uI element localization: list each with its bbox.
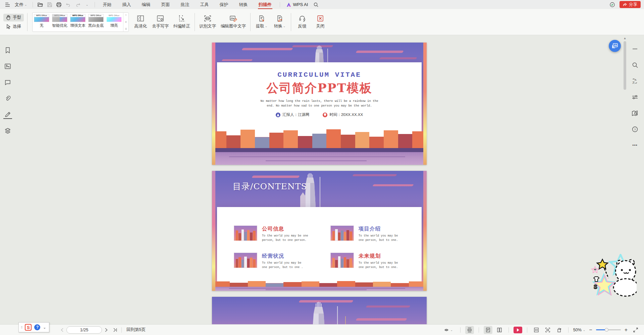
continuous-scroll-button[interactable] bbox=[465, 326, 474, 334]
gallery-scroll-up[interactable]: ∧ bbox=[125, 14, 127, 16]
divider bbox=[527, 327, 527, 333]
desktop-pet-sticker[interactable]: 中 S bbox=[591, 254, 637, 297]
menu-page[interactable]: 页面 bbox=[157, 0, 175, 9]
comment-panel-icon[interactable] bbox=[3, 78, 12, 87]
document-canvas[interactable]: CURRICULUM VITAE 公司简介PPT模板 No matter how… bbox=[15, 35, 626, 324]
single-page-button[interactable] bbox=[484, 326, 492, 334]
menu-insert[interactable]: 插入 bbox=[118, 0, 136, 9]
close-scan-button[interactable]: 关闭 bbox=[311, 13, 329, 31]
gallery-option-brighten[interactable]: WPS Office 增亮 bbox=[105, 13, 123, 31]
translate-icon[interactable]: A 文 bbox=[631, 77, 639, 85]
more-options-icon[interactable]: ••• bbox=[631, 141, 639, 150]
pdf-page-1[interactable]: CURRICULUM VITAE 公司简介PPT模板 No matter how… bbox=[212, 43, 427, 165]
ocr-button[interactable]: 识别文字 bbox=[197, 13, 218, 31]
history-chevron-icon[interactable]: ⌄ bbox=[83, 1, 91, 8]
read-mode-button[interactable]: ⌄ bbox=[442, 326, 455, 334]
menubar: 文件 ⌄ ⌄ 开始 插入 编辑 页面 批注 工具 保护 转换 扫描件 bbox=[0, 0, 644, 9]
signature-pen-icon[interactable] bbox=[3, 110, 12, 119]
prev-page-button[interactable] bbox=[58, 326, 66, 334]
wps-ai-button[interactable]: WPS AI bbox=[283, 1, 311, 8]
slide2-card: 公司信息 To the world you may be one person,… bbox=[217, 207, 422, 283]
two-page-button[interactable] bbox=[495, 326, 504, 334]
gallery-option-bw-clean[interactable]: WPS Office 黑白去底 bbox=[87, 13, 105, 31]
gallery-option-enhance-text[interactable]: WPS Office 增强文本 bbox=[69, 13, 87, 31]
file-menu[interactable]: 文件 ⌄ bbox=[13, 1, 29, 8]
gallery-scroll-down[interactable]: ∨ bbox=[125, 21, 127, 23]
assistant-help-button[interactable]: ? bbox=[34, 324, 40, 330]
scrollbar-thumb[interactable] bbox=[624, 41, 626, 90]
pdf-page-2[interactable]: 目录/CONTENTS 公司信息 To the world you may be… bbox=[212, 171, 427, 291]
gallery-thumb: WPS Office bbox=[52, 14, 67, 22]
drag-handle-icon[interactable]: ⁝⁝ bbox=[21, 326, 22, 329]
search-icon[interactable] bbox=[312, 1, 320, 8]
save-icon[interactable] bbox=[46, 1, 54, 8]
thumbnail-panel-icon[interactable] bbox=[3, 62, 12, 71]
feedback-button[interactable]: 反馈 bbox=[293, 13, 311, 31]
assistant-menu-icon[interactable]: ⌄ bbox=[43, 325, 46, 330]
divider bbox=[568, 327, 569, 333]
redo-icon[interactable] bbox=[74, 1, 82, 8]
menu-tools[interactable]: 工具 bbox=[196, 0, 214, 9]
gallery-option-none[interactable]: WPS Office 无 bbox=[33, 13, 51, 31]
fit-width-button[interactable] bbox=[532, 326, 541, 334]
pdf-page-3[interactable] bbox=[212, 297, 427, 324]
menu-convert[interactable]: 转换 bbox=[234, 0, 253, 9]
picture-tools-float-button[interactable] bbox=[609, 40, 621, 52]
image-export-icon bbox=[611, 43, 618, 49]
close-icon bbox=[317, 15, 324, 22]
menu-edit[interactable]: 编辑 bbox=[137, 0, 155, 9]
print-icon[interactable] bbox=[55, 1, 63, 8]
divider bbox=[95, 2, 95, 7]
find-icon[interactable] bbox=[631, 61, 639, 69]
deskew-button[interactable]: 纠偏矫正 bbox=[171, 13, 193, 31]
page-indicator-input[interactable] bbox=[66, 326, 102, 334]
zoom-slider-knob[interactable] bbox=[605, 328, 608, 332]
zoom-slider[interactable] bbox=[596, 329, 621, 330]
edit-image-text-button[interactable]: 编辑图中文字 bbox=[218, 13, 248, 31]
back-to-page-button[interactable]: 回到第5页 bbox=[124, 326, 148, 334]
wps-ai-label: WPS AI bbox=[293, 2, 308, 7]
rotate-page-button[interactable] bbox=[555, 326, 564, 334]
menu-scan[interactable]: 扫描件 bbox=[254, 0, 276, 9]
menu-protect[interactable]: 保护 bbox=[215, 0, 233, 9]
select-tool-button[interactable]: 选择 bbox=[3, 23, 24, 30]
convert-button[interactable]: 转换 ⌄ bbox=[271, 13, 289, 31]
menu-start[interactable]: 开始 bbox=[98, 0, 116, 9]
slide1-skyline-art bbox=[212, 129, 427, 149]
assistant-logo-icon[interactable]: S bbox=[25, 324, 32, 331]
share-label: 分享 bbox=[629, 2, 637, 7]
doc-verified-icon[interactable] bbox=[608, 1, 616, 8]
attachment-icon[interactable] bbox=[3, 94, 12, 103]
toc-item-future-plan: 未来规划 To the world you may be one person,… bbox=[330, 253, 414, 270]
zoom-level-dropdown[interactable]: 50% ⌄ bbox=[573, 328, 586, 332]
share-button[interactable]: 分享 bbox=[620, 1, 641, 8]
layers-icon[interactable] bbox=[3, 126, 12, 135]
open-file-icon[interactable] bbox=[36, 1, 44, 8]
menu-annotate[interactable]: 批注 bbox=[176, 0, 194, 9]
collapse-toolbar-icon[interactable] bbox=[631, 45, 639, 53]
help-icon[interactable]: ? bbox=[631, 125, 639, 134]
scroll-up-arrow[interactable]: ▲ bbox=[623, 37, 627, 40]
zoom-out-button[interactable]: − bbox=[588, 327, 593, 333]
remove-handwriting-button[interactable]: 去手写字 bbox=[150, 13, 171, 31]
bookmark-icon[interactable] bbox=[3, 46, 12, 55]
display-settings-icon[interactable] bbox=[631, 93, 639, 102]
fit-page-button[interactable] bbox=[543, 326, 552, 334]
gallery-expand[interactable]: ⇕ bbox=[125, 28, 127, 30]
undo-icon[interactable] bbox=[64, 1, 72, 8]
play-presentation-button[interactable] bbox=[514, 327, 522, 333]
hamburger-menu-icon[interactable] bbox=[3, 1, 11, 8]
slide2-title: 目录/CONTENTS bbox=[233, 181, 307, 192]
hand-tool-button[interactable]: 手型 bbox=[3, 14, 24, 21]
next-page-button[interactable] bbox=[102, 326, 111, 334]
extract-button[interactable]: 提取 ⌄ bbox=[253, 13, 271, 31]
hd-enhance-button[interactable]: 高清化 bbox=[131, 13, 150, 31]
zoom-in-button[interactable]: + bbox=[624, 327, 629, 333]
gallery-option-smart-optimize[interactable]: WPS Office 智能优化 bbox=[51, 13, 69, 31]
assistant-widget[interactable]: ⁝⁝ S ? ⌄ bbox=[18, 322, 49, 332]
slide2-skyline-art bbox=[212, 281, 427, 287]
enhance-gallery: WPS Office 无 WPS Office 智能优化 WPS Office … bbox=[32, 12, 129, 32]
fullscreen-button[interactable] bbox=[631, 326, 640, 334]
last-page-button[interactable] bbox=[111, 326, 119, 334]
navigation-map-icon[interactable] bbox=[631, 109, 639, 118]
